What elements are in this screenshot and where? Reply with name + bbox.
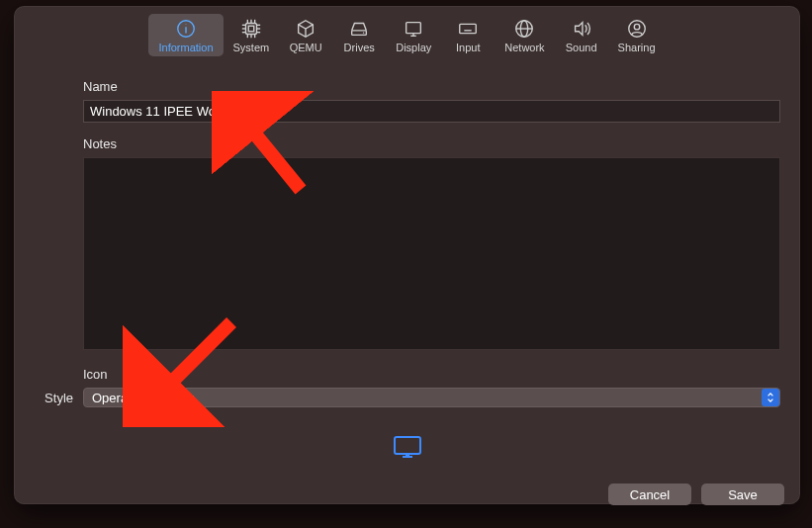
display-icon — [403, 18, 424, 40]
style-label: Style — [34, 391, 73, 405]
name-input[interactable] — [83, 100, 780, 123]
info-icon — [175, 18, 197, 40]
content-area: Name Notes Icon Style Operating System — [14, 61, 800, 474]
tab-label: Display — [396, 42, 431, 53]
globe-icon — [513, 18, 535, 40]
keyboard-icon — [457, 18, 479, 40]
tab-label: Input — [456, 42, 480, 53]
svg-rect-37 — [406, 454, 409, 457]
toolbar: Information System QEMU Drives Display — [14, 6, 800, 61]
tab-network[interactable]: Network — [495, 14, 554, 56]
save-button[interactable]: Save — [701, 484, 784, 505]
monitor-icon — [393, 435, 422, 464]
svg-rect-4 — [248, 26, 254, 32]
drive-icon — [348, 18, 370, 40]
tab-label: System — [233, 42, 270, 53]
tab-label: Information — [158, 42, 213, 53]
person-icon — [626, 18, 648, 40]
footer: Cancel Save — [14, 474, 800, 519]
tab-label: Sharing — [618, 42, 656, 53]
tab-label: QEMU — [290, 42, 322, 53]
chip-icon — [240, 18, 262, 40]
cancel-button[interactable]: Cancel — [608, 484, 691, 505]
svg-rect-23 — [460, 24, 477, 33]
cube-icon — [295, 18, 316, 40]
tab-label: Sound — [566, 42, 597, 53]
svg-point-2 — [186, 24, 187, 25]
tab-information[interactable]: Information — [148, 14, 223, 56]
settings-window: Information System QEMU Drives Display — [14, 6, 800, 504]
notes-label: Notes — [34, 136, 780, 151]
tab-label: Network — [504, 42, 544, 53]
tab-sharing[interactable]: Sharing — [608, 14, 666, 56]
tab-qemu[interactable]: QEMU — [279, 14, 332, 56]
notes-textarea[interactable] — [83, 157, 780, 350]
svg-point-19 — [363, 32, 364, 33]
tab-input[interactable]: Input — [441, 14, 495, 56]
style-select[interactable]: Operating System — [83, 388, 780, 407]
tab-sound[interactable]: Sound — [555, 14, 608, 56]
tab-drives[interactable]: Drives — [332, 14, 386, 56]
tab-display[interactable]: Display — [386, 14, 441, 56]
svg-point-34 — [634, 24, 640, 30]
tab-system[interactable]: System — [224, 14, 280, 56]
svg-rect-20 — [406, 23, 421, 34]
sound-icon — [571, 18, 592, 40]
tab-label: Drives — [344, 42, 375, 53]
icon-label: Icon — [34, 367, 780, 382]
svg-rect-3 — [245, 24, 256, 35]
name-label: Name — [34, 79, 780, 94]
svg-rect-35 — [395, 437, 420, 454]
